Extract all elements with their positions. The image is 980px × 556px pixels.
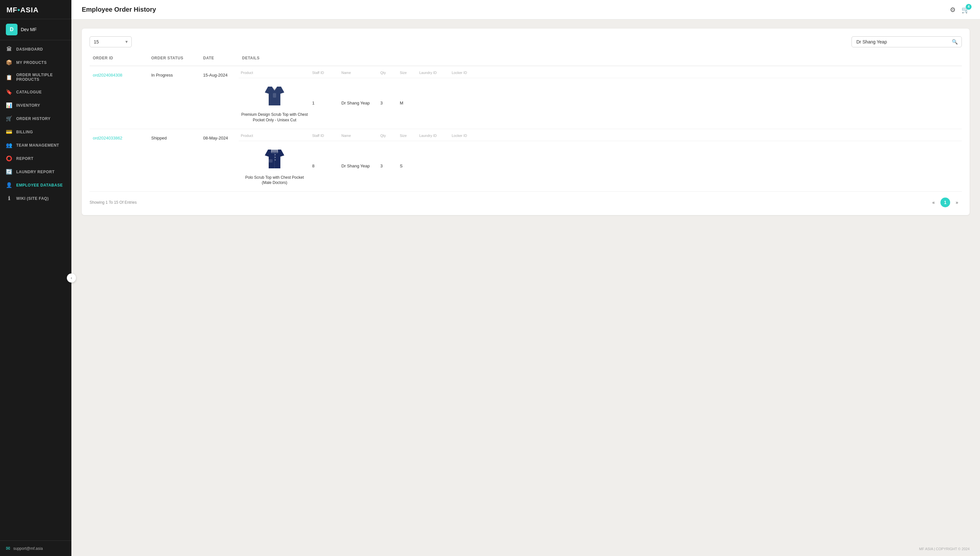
app-logo: MF•ASIA [0, 0, 71, 19]
settings-icon[interactable]: ⚙ [950, 6, 956, 14]
nav-icon-employee-database: 👤 [6, 182, 12, 188]
laundry-id-cell [417, 165, 450, 167]
avatar: D [6, 24, 18, 36]
filters-row: 152550100 ▼ 🔍 [90, 36, 962, 47]
detail-col-header-5: Laundry ID [417, 70, 450, 76]
svg-point-7 [275, 157, 276, 158]
page-1-button[interactable]: 1 [940, 197, 950, 207]
detail-col-header-0: Product [239, 133, 310, 139]
sidebar-item-report[interactable]: ⭕REPORT [0, 152, 71, 165]
order-date-cell: 15-Aug-2024 [200, 66, 239, 84]
pagination-row: Showing 1 To 15 Of Entries « 1 » [90, 192, 962, 207]
detail-col-header-6: Locker ID [450, 133, 482, 139]
order-id-cell: ord2024033862 [90, 129, 148, 147]
next-page-button[interactable]: » [952, 197, 962, 207]
detail-col-header-1: Staff ID [310, 70, 340, 76]
nav-icon-order-multiple: 📋 [6, 74, 12, 81]
sidebar-item-wiki[interactable]: ℹWIKI (SITE FAQ) [0, 192, 71, 205]
nav-icon-report: ⭕ [6, 155, 12, 162]
product-cell: Premium Design Scrub Top with Chest Pock… [239, 81, 310, 126]
sidebar-footer: ✉ support@mf.asia [0, 540, 71, 556]
sidebar-collapse-button[interactable]: ‹ [67, 273, 76, 283]
order-details-cell: ProductStaff IDNameQtySizeLaundry IDLock… [239, 66, 962, 129]
staff-id-cell: 1 [310, 99, 340, 107]
product-image [262, 146, 288, 172]
detail-col-header-3: Qty [378, 133, 398, 139]
sidebar-item-label-laundry-report: LAUNDRY REPORT [16, 170, 55, 174]
product-name: Polo Scrub Top with Chest Pocket (Male D… [241, 175, 308, 186]
footer-text: MF ASIA | COPYRIGHT © 2024 [919, 547, 970, 551]
prev-page-button[interactable]: « [929, 197, 938, 207]
sidebar-item-label-team-management: TEAM MANAGEMENT [16, 143, 59, 148]
sidebar-item-label-inventory: INVENTORY [16, 103, 40, 108]
sidebar-item-label-dashboard: DASHBOARD [16, 47, 43, 52]
mail-icon: ✉ [6, 545, 10, 551]
showing-text: Showing 1 To 15 Of Entries [90, 200, 137, 205]
nav-icon-billing: 💳 [6, 129, 12, 135]
search-icon: 🔍 [952, 39, 958, 45]
order-details-cell: ProductStaff IDNameQtySizeLaundry IDLock… [239, 129, 962, 192]
page-footer: MF ASIA | COPYRIGHT © 2024 [71, 542, 980, 556]
detail-col-header-5: Laundry ID [417, 133, 450, 139]
details-sub-header: ProductStaff IDNameQtySizeLaundry IDLock… [239, 133, 962, 141]
order-date-cell: 08-May-2024 [200, 129, 239, 147]
sidebar-item-laundry-report[interactable]: 🔄LAUNDRY REPORT [0, 165, 71, 178]
sidebar-item-label-wiki: WIKI (SITE FAQ) [16, 196, 49, 201]
table-row: ord2024084308In Progress15-Aug-2024Produ… [90, 66, 962, 129]
sidebar-item-label-catalogue: CATALOGUE [16, 90, 42, 94]
name-cell: Dr Shang Yeap [340, 99, 378, 107]
nav-icon-team-management: 👥 [6, 142, 12, 148]
main-content: 152550100 ▼ 🔍 ORDER ID ORDER STATUS DATE… [71, 19, 980, 542]
product-name: Premium Design Scrub Top with Chest Pock… [241, 112, 308, 123]
product-image [262, 83, 288, 109]
nav-icon-laundry-report: 🔄 [6, 169, 12, 175]
detail-col-header-6: Locker ID [450, 70, 482, 76]
detail-col-header-4: Size [398, 70, 417, 76]
nav-icon-wiki: ℹ [6, 195, 12, 202]
sidebar-item-inventory[interactable]: 📊INVENTORY [0, 99, 71, 112]
sidebar-item-billing[interactable]: 💳BILLING [0, 125, 71, 139]
order-id-cell: ord2024084308 [90, 66, 148, 84]
sidebar-item-label-order-history: ORDER HISTORY [16, 116, 51, 121]
cart-icon[interactable]: 🛒 4 [962, 6, 970, 14]
detail-col-header-0: Product [239, 70, 310, 76]
col-header-date: DATE [200, 54, 239, 62]
laundry-id-cell [417, 102, 450, 105]
sidebar-item-label-employee-database: EMPLOYEE DATABASE [16, 183, 63, 187]
sidebar-item-catalogue[interactable]: 🔖CATALOGUE [0, 85, 71, 99]
sidebar-item-my-products[interactable]: 📦MY PRODUCTS [0, 56, 71, 69]
svg-point-6 [275, 154, 276, 155]
detail-col-header-3: Qty [378, 70, 398, 76]
search-input[interactable] [852, 36, 962, 47]
qty-cell: 3 [378, 162, 398, 170]
sidebar-item-employee-database[interactable]: 👤EMPLOYEE DATABASE [0, 178, 71, 192]
order-id-link[interactable]: ord2024033862 [93, 136, 122, 141]
sidebar-item-label-billing: BILLING [16, 130, 33, 134]
search-wrap: 🔍 [852, 36, 962, 47]
sidebar-item-order-multiple[interactable]: 📋ORDER MULTIPLE PRODUCTS [0, 69, 71, 85]
nav-icon-catalogue: 🔖 [6, 89, 12, 95]
sidebar-item-team-management[interactable]: 👥TEAM MANAGEMENT [0, 139, 71, 152]
main-area: Employee Order History ⚙ 🛒 4 152550100 ▼… [71, 0, 980, 556]
support-email: support@mf.asia [13, 546, 43, 551]
sidebar-item-dashboard[interactable]: 🏛DASHBOARD [0, 43, 71, 56]
nav-icon-order-history: 🛒 [6, 115, 12, 122]
order-status-cell: Shipped [148, 129, 200, 147]
size-cell: S [398, 162, 417, 170]
nav-icon-my-products: 📦 [6, 59, 12, 66]
user-name: Dev MF [21, 27, 37, 32]
col-header-details: DETAILS [239, 54, 962, 62]
order-id-link[interactable]: ord2024084308 [93, 73, 122, 78]
table-container: 152550100 ▼ 🔍 ORDER ID ORDER STATUS DATE… [82, 29, 970, 215]
col-header-order-status: ORDER STATUS [148, 54, 200, 62]
size-cell: M [398, 99, 417, 107]
sidebar-item-order-history[interactable]: 🛒ORDER HISTORY [0, 112, 71, 125]
nav-icon-inventory: 📊 [6, 102, 12, 108]
topbar: Employee Order History ⚙ 🛒 4 [71, 0, 980, 19]
name-cell: Dr Shang Yeap [340, 162, 378, 170]
nav-icon-dashboard: 🏛 [6, 46, 12, 52]
detail-col-header-1: Staff ID [310, 133, 340, 139]
per-page-select[interactable]: 152550100 [90, 36, 132, 47]
pagination: « 1 » [929, 197, 962, 207]
cart-badge: 4 [966, 4, 972, 10]
